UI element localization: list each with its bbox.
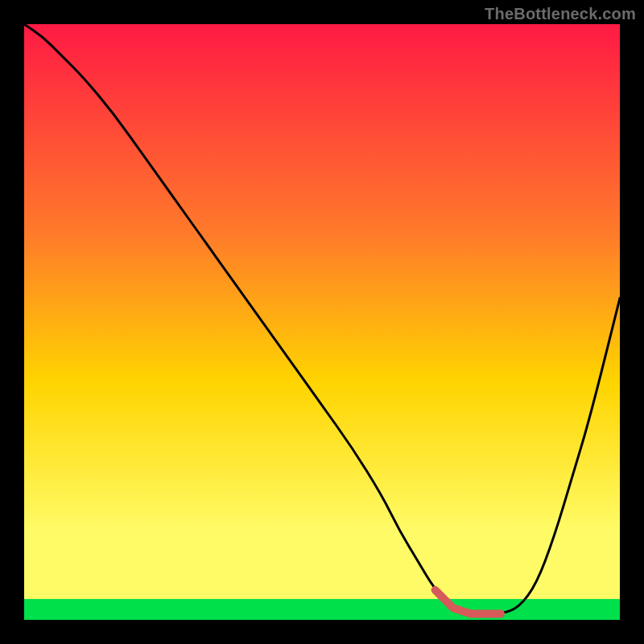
chart-stage: TheBottleneck.com (0, 0, 644, 644)
optimal-green-band (24, 599, 620, 620)
bottleneck-chart (0, 0, 644, 644)
watermark-label: TheBottleneck.com (485, 5, 636, 23)
